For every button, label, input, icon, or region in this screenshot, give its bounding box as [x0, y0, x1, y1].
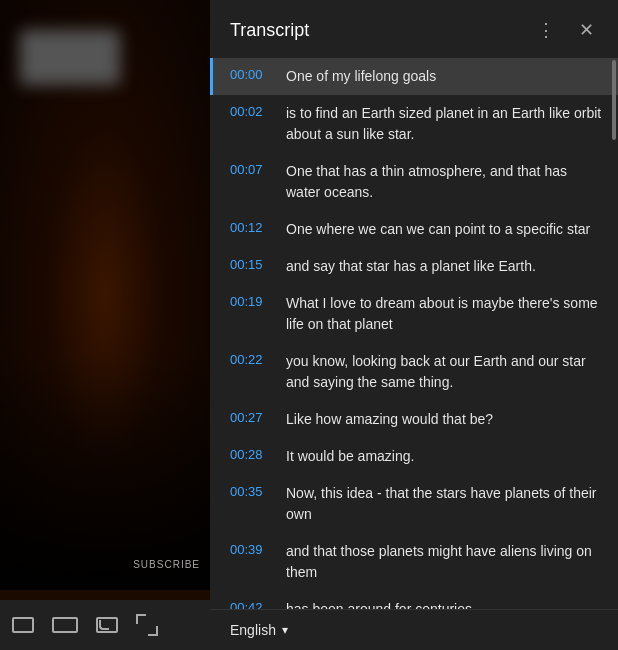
transcript-item[interactable]: 00:19What I love to dream about is maybe…	[210, 285, 618, 343]
chevron-down-icon: ▾	[282, 623, 288, 637]
transcript-segment-text: Now, this idea - that the stars have pla…	[286, 483, 602, 525]
theater-mode-icon[interactable]	[52, 617, 78, 633]
transcript-item[interactable]: 00:28It would be amazing.	[210, 438, 618, 475]
transcript-item[interactable]: 00:02is to find an Earth sized planet in…	[210, 95, 618, 153]
transcript-timestamp: 00:15	[230, 256, 270, 272]
transcript-timestamp: 00:35	[230, 483, 270, 499]
transcript-timestamp: 00:27	[230, 409, 270, 425]
transcript-list[interactable]: 00:00One of my lifelong goals00:02is to …	[210, 58, 618, 609]
video-thumbnail: SUBSCRIBE	[0, 0, 210, 590]
controls-bar	[0, 600, 210, 650]
transcript-segment-text: One that has a thin atmosphere, and that…	[286, 161, 602, 203]
face-blur	[20, 30, 120, 85]
video-area: SUBSCRIBE	[0, 0, 210, 650]
transcript-timestamp: 00:07	[230, 161, 270, 177]
language-label: English	[230, 622, 276, 638]
transcript-segment-text: and say that star has a planet like Eart…	[286, 256, 602, 277]
subscribe-label[interactable]: SUBSCRIBE	[133, 559, 200, 570]
transcript-header: Transcript ⋮ ✕	[210, 0, 618, 58]
transcript-segment-text: Like how amazing would that be?	[286, 409, 602, 430]
transcript-panel: Transcript ⋮ ✕ 00:00One of my lifelong g…	[210, 0, 618, 650]
transcript-item[interactable]: 00:42has been around for centuries.	[210, 591, 618, 609]
transcript-segment-text: you know, looking back at our Earth and …	[286, 351, 602, 393]
cast-icon[interactable]	[96, 617, 118, 633]
transcript-item[interactable]: 00:12One where we can we can point to a …	[210, 211, 618, 248]
transcript-segment-text: One where we can we can point to a speci…	[286, 219, 602, 240]
transcript-item[interactable]: 00:15and say that star has a planet like…	[210, 248, 618, 285]
scroll-indicator	[612, 60, 616, 140]
transcript-timestamp: 00:19	[230, 293, 270, 309]
transcript-item[interactable]: 00:22you know, looking back at our Earth…	[210, 343, 618, 401]
transcript-timestamp: 00:00	[230, 66, 270, 82]
transcript-item[interactable]: 00:00One of my lifelong goals	[210, 58, 618, 95]
default-view-icon[interactable]	[12, 617, 34, 633]
transcript-segment-text: is to find an Earth sized planet in an E…	[286, 103, 602, 145]
transcript-header-icons: ⋮ ✕	[530, 14, 602, 46]
transcript-item[interactable]: 00:07One that has a thin atmosphere, and…	[210, 153, 618, 211]
transcript-item[interactable]: 00:39and that those planets might have a…	[210, 533, 618, 591]
transcript-segment-text: It would be amazing.	[286, 446, 602, 467]
transcript-timestamp: 00:22	[230, 351, 270, 367]
transcript-timestamp: 00:42	[230, 599, 270, 609]
transcript-timestamp: 00:12	[230, 219, 270, 235]
transcript-footer[interactable]: English ▾	[210, 609, 618, 650]
transcript-segment-text: One of my lifelong goals	[286, 66, 602, 87]
transcript-segment-text: has been around for centuries.	[286, 599, 602, 609]
transcript-segment-text: What I love to dream about is maybe ther…	[286, 293, 602, 335]
transcript-timestamp: 00:02	[230, 103, 270, 119]
transcript-item[interactable]: 00:27Like how amazing would that be?	[210, 401, 618, 438]
transcript-timestamp: 00:28	[230, 446, 270, 462]
transcript-segment-text: and that those planets might have aliens…	[286, 541, 602, 583]
more-options-button[interactable]: ⋮	[530, 14, 562, 46]
close-button[interactable]: ✕	[570, 14, 602, 46]
transcript-title: Transcript	[230, 20, 309, 41]
fullscreen-icon[interactable]	[136, 614, 158, 636]
transcript-timestamp: 00:39	[230, 541, 270, 557]
transcript-item[interactable]: 00:35Now, this idea - that the stars hav…	[210, 475, 618, 533]
